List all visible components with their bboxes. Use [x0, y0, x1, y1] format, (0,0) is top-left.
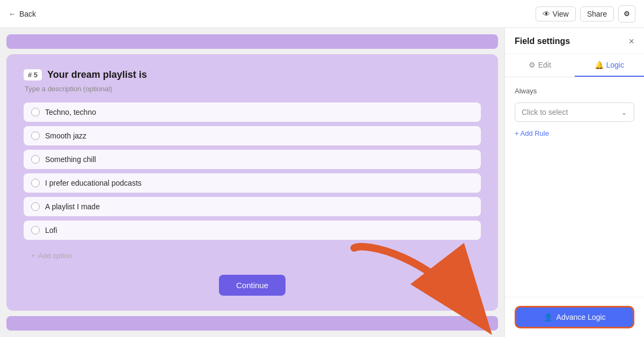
content-wrapper: # 5 Your dream playlist is Type a descri…	[0, 28, 644, 337]
panel-tabs: ⚙ Edit 🔔 Logic	[505, 54, 644, 77]
back-button[interactable]: ← Back	[9, 10, 36, 18]
option-label: A playlist I made	[45, 202, 100, 211]
always-label: Always	[515, 87, 634, 95]
select-placeholder: Click to select	[522, 108, 568, 116]
tab-edit-label: Edit	[538, 61, 551, 69]
continue-button[interactable]: Continue	[219, 275, 286, 296]
view-button[interactable]: 👁 View	[536, 6, 576, 21]
option-label: Lofi	[45, 226, 57, 235]
tab-edit[interactable]: ⚙ Edit	[505, 54, 575, 77]
click-to-select-dropdown[interactable]: Click to select ⌄	[515, 102, 634, 122]
radio-circle	[31, 179, 40, 187]
panel-footer: 👤 Advance Logic	[505, 297, 644, 337]
add-rule-link[interactable]: + Add Rule	[515, 129, 634, 137]
radio-circle	[31, 202, 40, 211]
plus-icon: +	[31, 252, 35, 260]
list-item[interactable]: Smooth jazz	[24, 126, 481, 145]
panel-body: Always Click to select ⌄ + Add Rule	[505, 77, 644, 297]
option-label: Smooth jazz	[45, 131, 86, 140]
option-label: Techno, techno	[45, 108, 96, 116]
radio-circle	[31, 108, 40, 116]
option-label: Something chill	[45, 155, 96, 164]
top-nav: ← Back 👁 View Share ⚙	[0, 0, 644, 28]
radio-circle	[31, 226, 40, 235]
share-label: Share	[587, 10, 607, 18]
options-list: Techno, techno Smooth jazz Something chi…	[24, 102, 481, 240]
question-title: Your dream playlist is	[47, 69, 147, 80]
edit-icon: ⚙	[529, 61, 536, 69]
bell-icon: 🔔	[595, 61, 604, 69]
field-settings-panel: Field settings × ⚙ Edit 🔔 Logic Always C…	[504, 28, 644, 337]
settings-button[interactable]: ⚙	[618, 5, 635, 23]
back-label: Back	[19, 10, 36, 18]
logic-icon: 👤	[544, 313, 553, 321]
continue-row: Continue	[24, 275, 481, 296]
option-label: I prefer educational podcasts	[45, 179, 142, 187]
panel-header: Field settings ×	[505, 28, 644, 54]
chevron-down-icon: ⌄	[621, 108, 627, 116]
close-button[interactable]: ×	[628, 36, 634, 46]
tab-logic-label: Logic	[606, 61, 624, 69]
list-item[interactable]: I prefer educational podcasts	[24, 173, 481, 193]
eye-icon: 👁	[543, 10, 550, 18]
question-header: # 5 Your dream playlist is	[24, 69, 481, 80]
question-description: Type a description (optional)	[25, 85, 481, 93]
list-item[interactable]: Techno, techno	[24, 102, 481, 122]
share-button[interactable]: Share	[580, 6, 614, 21]
panel-title: Field settings	[515, 36, 570, 46]
list-item[interactable]: A playlist I made	[24, 197, 481, 216]
purple-bar-bottom	[6, 316, 498, 331]
list-item[interactable]: Something chill	[24, 150, 481, 169]
view-label: View	[553, 10, 569, 18]
tab-logic[interactable]: 🔔 Logic	[575, 54, 645, 77]
radio-circle	[31, 155, 40, 164]
add-option-row[interactable]: + Add option	[24, 247, 481, 264]
left-panel: # 5 Your dream playlist is Type a descri…	[0, 28, 504, 337]
list-item[interactable]: Lofi	[24, 221, 481, 240]
form-card: # 5 Your dream playlist is Type a descri…	[6, 54, 498, 311]
question-number: # 5	[24, 69, 42, 80]
radio-circle	[31, 131, 40, 140]
purple-bar-top	[6, 34, 498, 49]
advance-logic-button[interactable]: 👤 Advance Logic	[515, 306, 634, 328]
back-arrow-icon: ←	[9, 10, 16, 18]
nav-right: 👁 View Share ⚙	[536, 5, 635, 23]
add-option-label: Add option	[39, 252, 72, 260]
advance-logic-label: Advance Logic	[557, 313, 606, 321]
gear-icon: ⚙	[624, 10, 630, 18]
